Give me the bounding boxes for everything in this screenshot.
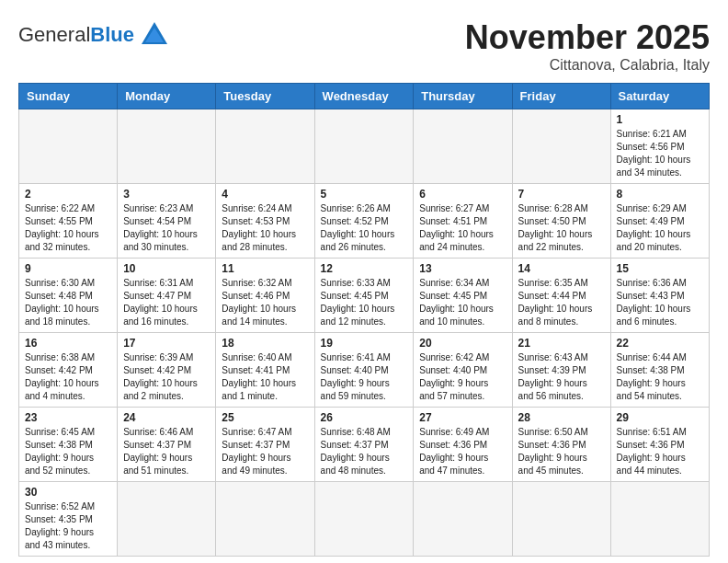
- day-info: Sunrise: 6:48 AM Sunset: 4:37 PM Dayligh…: [321, 426, 408, 477]
- day-info: Sunrise: 6:33 AM Sunset: 4:45 PM Dayligh…: [321, 277, 408, 328]
- day-info: Sunrise: 6:22 AM Sunset: 4:55 PM Dayligh…: [25, 202, 111, 254]
- day-number: 22: [617, 337, 703, 350]
- weekday-header-thursday: Thursday: [414, 84, 512, 109]
- calendar-cell: 14Sunrise: 6:35 AM Sunset: 4:44 PM Dayli…: [512, 259, 610, 333]
- day-number: 15: [617, 262, 703, 275]
- calendar-cell: 10Sunrise: 6:31 AM Sunset: 4:47 PM Dayli…: [118, 259, 216, 333]
- calendar-cell: 23Sunrise: 6:45 AM Sunset: 4:38 PM Dayli…: [19, 408, 118, 482]
- calendar-cell: 27Sunrise: 6:49 AM Sunset: 4:36 PM Dayli…: [414, 408, 512, 482]
- day-info: Sunrise: 6:41 AM Sunset: 4:40 PM Dayligh…: [321, 351, 408, 403]
- calendar-cell: 9Sunrise: 6:30 AM Sunset: 4:48 PM Daylig…: [19, 259, 118, 333]
- day-number: 21: [518, 337, 605, 350]
- calendar-cell: 5Sunrise: 6:26 AM Sunset: 4:52 PM Daylig…: [314, 184, 414, 259]
- day-info: Sunrise: 6:52 AM Sunset: 4:35 PM Dayligh…: [25, 500, 111, 552]
- month-title: November 2025: [465, 18, 710, 57]
- title-block: November 2025 Cittanova, Calabria, Italy: [465, 18, 710, 74]
- calendar-cell: [610, 482, 709, 557]
- day-number: 30: [25, 486, 111, 499]
- day-info: Sunrise: 6:47 AM Sunset: 4:37 PM Dayligh…: [222, 426, 308, 477]
- day-number: 16: [25, 337, 111, 350]
- day-info: Sunrise: 6:49 AM Sunset: 4:36 PM Dayligh…: [419, 426, 506, 477]
- day-number: 2: [25, 188, 111, 201]
- day-info: Sunrise: 6:21 AM Sunset: 4:56 PM Dayligh…: [617, 128, 703, 179]
- calendar-cell: 8Sunrise: 6:29 AM Sunset: 4:49 PM Daylig…: [610, 184, 709, 259]
- day-info: Sunrise: 6:51 AM Sunset: 4:36 PM Dayligh…: [617, 426, 703, 477]
- day-info: Sunrise: 6:26 AM Sunset: 4:52 PM Dayligh…: [321, 202, 408, 254]
- day-number: 28: [518, 411, 605, 424]
- day-number: 12: [321, 262, 408, 275]
- day-info: Sunrise: 6:31 AM Sunset: 4:47 PM Dayligh…: [123, 277, 210, 328]
- calendar-cell: 7Sunrise: 6:28 AM Sunset: 4:50 PM Daylig…: [512, 184, 610, 259]
- day-number: 25: [222, 411, 308, 424]
- day-number: 13: [419, 262, 506, 275]
- logo-blue: Blue: [90, 23, 134, 46]
- calendar-cell: 28Sunrise: 6:50 AM Sunset: 4:36 PM Dayli…: [512, 408, 610, 482]
- day-info: Sunrise: 6:24 AM Sunset: 4:53 PM Dayligh…: [222, 202, 308, 254]
- calendar-cell: 17Sunrise: 6:39 AM Sunset: 4:42 PM Dayli…: [118, 333, 216, 408]
- logo-text-block: GeneralBlue: [18, 23, 134, 47]
- day-number: 6: [419, 188, 506, 201]
- day-number: 19: [321, 337, 408, 350]
- calendar-cell: 1Sunrise: 6:21 AM Sunset: 4:56 PM Daylig…: [610, 109, 709, 184]
- calendar-cell: 25Sunrise: 6:47 AM Sunset: 4:37 PM Dayli…: [216, 408, 314, 482]
- calendar-cell: 6Sunrise: 6:27 AM Sunset: 4:51 PM Daylig…: [414, 184, 512, 259]
- day-info: Sunrise: 6:28 AM Sunset: 4:50 PM Dayligh…: [518, 202, 605, 254]
- day-info: Sunrise: 6:44 AM Sunset: 4:38 PM Dayligh…: [617, 351, 703, 403]
- calendar-cell: 19Sunrise: 6:41 AM Sunset: 4:40 PM Dayli…: [314, 333, 414, 408]
- calendar-cell: [216, 109, 314, 184]
- logo-general: General: [18, 23, 90, 46]
- calendar-cell: 29Sunrise: 6:51 AM Sunset: 4:36 PM Dayli…: [610, 408, 709, 482]
- day-number: 26: [321, 411, 408, 424]
- weekday-header-friday: Friday: [512, 84, 610, 109]
- calendar-week-5: 23Sunrise: 6:45 AM Sunset: 4:38 PM Dayli…: [19, 408, 710, 482]
- calendar-table: SundayMondayTuesdayWednesdayThursdayFrid…: [18, 83, 710, 557]
- day-number: 17: [123, 337, 210, 350]
- day-info: Sunrise: 6:42 AM Sunset: 4:40 PM Dayligh…: [419, 351, 506, 403]
- day-number: 4: [222, 188, 308, 201]
- calendar-cell: [118, 109, 216, 184]
- weekday-header-monday: Monday: [118, 84, 216, 109]
- calendar-week-4: 16Sunrise: 6:38 AM Sunset: 4:42 PM Dayli…: [19, 333, 710, 408]
- day-number: 18: [222, 337, 308, 350]
- day-number: 9: [25, 262, 111, 275]
- calendar-week-1: 1Sunrise: 6:21 AM Sunset: 4:56 PM Daylig…: [19, 109, 710, 184]
- calendar-cell: 11Sunrise: 6:32 AM Sunset: 4:46 PM Dayli…: [216, 259, 314, 333]
- day-info: Sunrise: 6:29 AM Sunset: 4:49 PM Dayligh…: [617, 202, 703, 254]
- day-info: Sunrise: 6:38 AM Sunset: 4:42 PM Dayligh…: [25, 351, 111, 403]
- day-info: Sunrise: 6:46 AM Sunset: 4:37 PM Dayligh…: [123, 426, 210, 477]
- calendar-cell: [118, 482, 216, 557]
- weekday-header-wednesday: Wednesday: [314, 84, 414, 109]
- day-info: Sunrise: 6:36 AM Sunset: 4:43 PM Dayligh…: [617, 277, 703, 328]
- calendar-header-row: SundayMondayTuesdayWednesdayThursdayFrid…: [19, 84, 710, 109]
- calendar-cell: 30Sunrise: 6:52 AM Sunset: 4:35 PM Dayli…: [19, 482, 118, 557]
- day-info: Sunrise: 6:39 AM Sunset: 4:42 PM Dayligh…: [123, 351, 210, 403]
- calendar-cell: [19, 109, 118, 184]
- day-info: Sunrise: 6:35 AM Sunset: 4:44 PM Dayligh…: [518, 277, 605, 328]
- day-number: 5: [321, 188, 408, 201]
- day-info: Sunrise: 6:30 AM Sunset: 4:48 PM Dayligh…: [25, 277, 111, 328]
- calendar-cell: 4Sunrise: 6:24 AM Sunset: 4:53 PM Daylig…: [216, 184, 314, 259]
- logo: GeneralBlue: [18, 18, 171, 52]
- day-info: Sunrise: 6:43 AM Sunset: 4:39 PM Dayligh…: [518, 351, 605, 403]
- day-number: 11: [222, 262, 308, 275]
- location: Cittanova, Calabria, Italy: [465, 57, 710, 74]
- calendar-cell: [414, 482, 512, 557]
- calendar-cell: [512, 109, 610, 184]
- calendar-week-6: 30Sunrise: 6:52 AM Sunset: 4:35 PM Dayli…: [19, 482, 710, 557]
- calendar-cell: [414, 109, 512, 184]
- calendar-cell: 24Sunrise: 6:46 AM Sunset: 4:37 PM Dayli…: [118, 408, 216, 482]
- logo-icon: [138, 18, 171, 52]
- calendar-cell: 22Sunrise: 6:44 AM Sunset: 4:38 PM Dayli…: [610, 333, 709, 408]
- day-number: 24: [123, 411, 210, 424]
- calendar-cell: 3Sunrise: 6:23 AM Sunset: 4:54 PM Daylig…: [118, 184, 216, 259]
- calendar-cell: 18Sunrise: 6:40 AM Sunset: 4:41 PM Dayli…: [216, 333, 314, 408]
- day-number: 1: [617, 113, 703, 126]
- day-info: Sunrise: 6:34 AM Sunset: 4:45 PM Dayligh…: [419, 277, 506, 328]
- page-header: GeneralBlue November 2025 Cittanova, Cal…: [18, 18, 710, 74]
- calendar-cell: 16Sunrise: 6:38 AM Sunset: 4:42 PM Dayli…: [19, 333, 118, 408]
- calendar-week-3: 9Sunrise: 6:30 AM Sunset: 4:48 PM Daylig…: [19, 259, 710, 333]
- day-number: 14: [518, 262, 605, 275]
- weekday-header-sunday: Sunday: [19, 84, 118, 109]
- day-number: 3: [123, 188, 210, 201]
- calendar-cell: [512, 482, 610, 557]
